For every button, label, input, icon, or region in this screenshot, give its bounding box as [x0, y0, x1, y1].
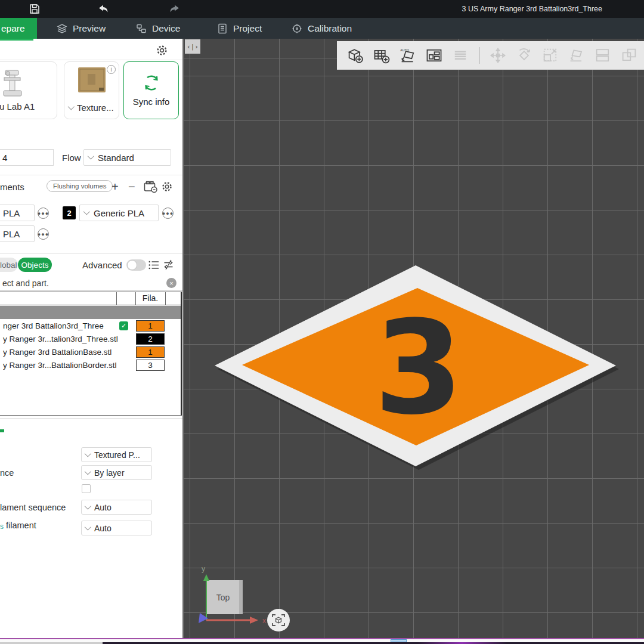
- gizmo-face-label: Top: [216, 593, 230, 602]
- sidebar-settings-gear-icon[interactable]: [156, 44, 168, 57]
- filament-badge[interactable]: 3: [136, 360, 165, 371]
- ams-sync-icon[interactable]: [144, 181, 157, 193]
- object-list-icon[interactable]: [148, 260, 159, 270]
- device-icon: [136, 23, 147, 34]
- view-cube-icon: [271, 613, 286, 627]
- chevron-down-icon: [85, 503, 91, 509]
- printer-image: [2, 69, 26, 98]
- prepare-sidebar: u Lab A1 i Texture... Syn: [0, 39, 184, 638]
- filament-badge[interactable]: 1: [136, 346, 165, 358]
- filament-badge[interactable]: 1: [136, 320, 165, 332]
- advanced-toggle[interactable]: [126, 259, 146, 271]
- print-sequence-dropdown[interactable]: By layer: [81, 465, 152, 480]
- search-text: ect and part.: [2, 278, 49, 288]
- table-row[interactable]: y Ranger 3r...BattalionBorder.stl 3: [0, 359, 181, 372]
- object-list-header: Fila.: [0, 292, 181, 305]
- filament-column-header: Fila.: [135, 293, 165, 303]
- plate-info-icon[interactable]: i: [107, 65, 116, 74]
- selected-row-highlight[interactable]: [0, 306, 181, 319]
- option-checkbox[interactable]: [82, 484, 91, 493]
- project-icon: [217, 23, 228, 34]
- axis-y-arrowhead: [203, 574, 209, 581]
- filament-label: filament: [6, 521, 36, 530]
- chevron-down-icon: [85, 450, 91, 457]
- divider: [0, 60, 182, 60]
- plate-type-dropdown[interactable]: Textured P...: [81, 447, 152, 462]
- plate-image: [78, 67, 106, 93]
- printer-card[interactable]: u Lab A1: [0, 61, 57, 119]
- filament-sequence-dropdown[interactable]: Auto: [81, 500, 152, 515]
- table-row[interactable]: y Ranger 3r...talion3rd_Three.stl 2: [0, 333, 181, 346]
- chevron-down-icon: [85, 468, 91, 475]
- filament-2-options-icon[interactable]: ●●●: [162, 208, 174, 219]
- add-filament-button[interactable]: +: [112, 181, 119, 193]
- object-search-field[interactable]: ect and part. ×: [0, 276, 182, 291]
- flow-label: Flow: [62, 153, 81, 163]
- model-3-diamond[interactable]: 3: [184, 39, 644, 638]
- tab-device[interactable]: Device: [136, 18, 180, 39]
- tab-project[interactable]: Project: [217, 18, 262, 39]
- remove-filament-button[interactable]: −: [128, 181, 135, 193]
- scope-objects-tab[interactable]: Objects: [18, 258, 52, 272]
- table-row[interactable]: nger 3rd Battalion3rd_Three ✓ 1: [0, 320, 181, 333]
- sync-info-button[interactable]: Sync info: [123, 61, 179, 119]
- tab-calibration[interactable]: Calibration: [292, 18, 352, 39]
- document-title: 3 US Army Ranger 3rd Battalion3rd_Three: [462, 5, 602, 13]
- flushing-volumes-button[interactable]: Flushing volumes: [47, 180, 113, 192]
- filament-2b-options-icon[interactable]: ●●●: [38, 228, 49, 240]
- filament-1-options-icon[interactable]: ●●●: [38, 208, 49, 219]
- filament-2-type-dropdown[interactable]: PLA: [0, 225, 35, 242]
- chevron-down-icon: [83, 208, 90, 215]
- redo-icon[interactable]: [168, 3, 181, 15]
- flow-dropdown[interactable]: Standard: [83, 149, 171, 166]
- plate-card[interactable]: i Texture...: [64, 61, 119, 119]
- filament-badge[interactable]: 2: [136, 333, 165, 345]
- 3d-viewport[interactable]: ‹|› AUTO: [184, 39, 644, 638]
- visibility-checkbox-checked[interactable]: ✓: [119, 321, 128, 330]
- plate-label: Texture...: [77, 103, 114, 113]
- nozzle-input[interactable]: 4: [0, 149, 54, 166]
- sort-parameters-icon[interactable]: [163, 259, 174, 270]
- modified-indicator: s: [0, 522, 4, 531]
- axis-y-label: y: [202, 565, 205, 573]
- chevron-down-icon: [68, 103, 75, 110]
- save-icon[interactable]: [29, 3, 41, 15]
- tab-prepare[interactable]: epare: [0, 18, 37, 39]
- filament-dropdown[interactable]: Auto: [81, 521, 152, 535]
- active-tab-underline: [0, 39, 33, 41]
- undo-icon[interactable]: [97, 3, 110, 15]
- toggle-knob: [127, 260, 137, 270]
- filaments-section-label: ments: [0, 182, 24, 192]
- calibration-icon: [292, 23, 302, 34]
- main-tab-bar: epare Preview Device Project Calibr: [0, 18, 644, 39]
- sync-label: Sync info: [133, 97, 170, 107]
- printer-name: u Lab A1: [0, 101, 35, 112]
- window-title-bar: 3 US Army Ranger 3rd Battalion3rd_Three: [0, 0, 644, 18]
- filament-2-color-swatch[interactable]: 2: [63, 206, 76, 219]
- object-list-table: Fila. nger 3rd Battalion3rd_Three ✓ 1 y …: [0, 292, 182, 416]
- axis-x-arrowhead: [250, 617, 258, 624]
- search-clear-icon[interactable]: ×: [166, 278, 177, 288]
- filament-1-type-dropdown[interactable]: PLA: [0, 205, 35, 221]
- sync-icon: [142, 74, 161, 92]
- chevron-down-icon: [88, 153, 94, 159]
- model-numeral: 3: [374, 293, 463, 443]
- preview-icon: [57, 23, 67, 34]
- chevron-down-icon: [85, 524, 91, 530]
- filament-settings-gear-icon[interactable]: [161, 181, 173, 193]
- view-cube-button[interactable]: [267, 609, 290, 631]
- table-row[interactable]: y Ranger 3rd BattalionBase.stl 1: [0, 346, 181, 359]
- print-sequence-label: nce: [0, 468, 14, 478]
- section-accent-mark: [0, 429, 4, 432]
- tab-preview[interactable]: Preview: [57, 18, 106, 39]
- filament-2-preset-dropdown[interactable]: Generic PLA: [79, 205, 159, 221]
- axis-x-label: x: [262, 617, 266, 625]
- scope-global-tab[interactable]: lobal: [0, 258, 18, 272]
- advanced-label: Advanced: [82, 260, 122, 270]
- filament-sequence-label: lament sequence: [0, 503, 66, 512]
